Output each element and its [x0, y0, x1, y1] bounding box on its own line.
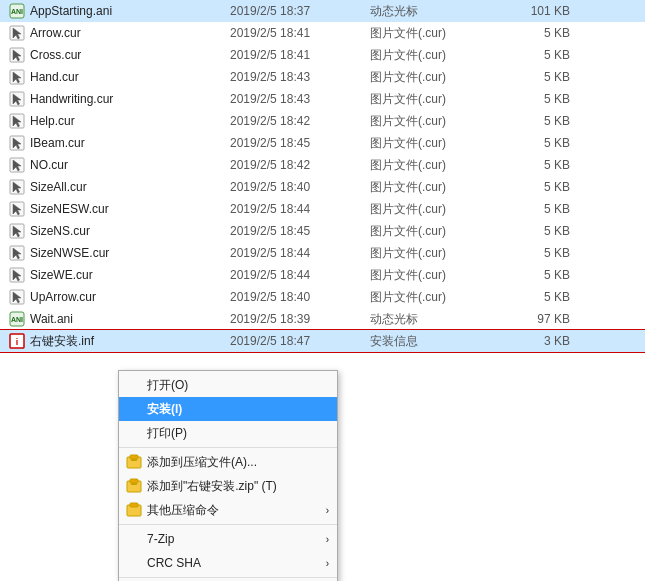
list-item[interactable]: Handwriting.cur 2019/2/5 18:43 图片文件(.cur…: [0, 88, 645, 110]
menu-separator: [119, 524, 337, 525]
menu-item[interactable]: 安装(I): [119, 397, 337, 421]
ani-icon: ANI: [8, 2, 26, 20]
menu-item[interactable]: 打开(O): [119, 373, 337, 397]
file-size: 5 KB: [490, 246, 570, 260]
file-type: 图片文件(.cur): [370, 223, 490, 240]
list-item[interactable]: UpArrow.cur 2019/2/5 18:40 图片文件(.cur) 5 …: [0, 286, 645, 308]
menu-item-label: 打印(P): [147, 425, 187, 442]
cur-icon: [8, 244, 26, 262]
file-name: IBeam.cur: [30, 136, 230, 150]
list-item[interactable]: Hand.cur 2019/2/5 18:43 图片文件(.cur) 5 KB: [0, 66, 645, 88]
file-date: 2019/2/5 18:37: [230, 4, 370, 18]
file-name: SizeWE.cur: [30, 268, 230, 282]
archive2-icon: [125, 501, 143, 519]
file-size: 5 KB: [490, 224, 570, 238]
svg-text:ANI: ANI: [11, 316, 23, 323]
file-date: 2019/2/5 18:45: [230, 224, 370, 238]
file-type: 图片文件(.cur): [370, 25, 490, 42]
menu-item[interactable]: 打印(P): [119, 421, 337, 445]
ani-icon: ANI: [8, 310, 26, 328]
menu-item-label: 7-Zip: [147, 532, 174, 546]
file-type: 图片文件(.cur): [370, 289, 490, 306]
file-type: 图片文件(.cur): [370, 245, 490, 262]
file-size: 101 KB: [490, 4, 570, 18]
context-menu: 打开(O)安装(I)打印(P)添加到压缩文件(A)...添加到"右键安装.zip…: [118, 370, 338, 581]
file-name: Arrow.cur: [30, 26, 230, 40]
file-type: 动态光标: [370, 3, 490, 20]
file-name: UpArrow.cur: [30, 290, 230, 304]
menu-item[interactable]: 添加到"右键安装.zip" (T): [119, 474, 337, 498]
menu-item[interactable]: CRC SHA›: [119, 551, 337, 575]
list-item[interactable]: IBeam.cur 2019/2/5 18:45 图片文件(.cur) 5 KB: [0, 132, 645, 154]
menu-separator: [119, 577, 337, 578]
archive-icon: [125, 453, 143, 471]
submenu-arrow: ›: [326, 558, 329, 569]
cur-icon: [8, 178, 26, 196]
list-item[interactable]: SizeAll.cur 2019/2/5 18:40 图片文件(.cur) 5 …: [0, 176, 645, 198]
svg-rect-34: [131, 459, 137, 461]
file-size: 5 KB: [490, 48, 570, 62]
file-type: 图片文件(.cur): [370, 157, 490, 174]
file-name: Cross.cur: [30, 48, 230, 62]
list-item[interactable]: SizeNESW.cur 2019/2/5 18:44 图片文件(.cur) 5…: [0, 198, 645, 220]
list-item[interactable]: Help.cur 2019/2/5 18:42 图片文件(.cur) 5 KB: [0, 110, 645, 132]
empty-icon: [125, 424, 143, 442]
file-type: 图片文件(.cur): [370, 179, 490, 196]
file-type: 图片文件(.cur): [370, 113, 490, 130]
list-item[interactable]: SizeNWSE.cur 2019/2/5 18:44 图片文件(.cur) 5…: [0, 242, 645, 264]
cur-icon: [8, 90, 26, 108]
empty-icon: [125, 530, 143, 548]
menu-separator: [119, 447, 337, 448]
file-size: 5 KB: [490, 136, 570, 150]
file-date: 2019/2/5 18:40: [230, 290, 370, 304]
list-item[interactable]: SizeNS.cur 2019/2/5 18:45 图片文件(.cur) 5 K…: [0, 220, 645, 242]
list-item[interactable]: ANI Wait.ani 2019/2/5 18:39 动态光标 97 KB: [0, 308, 645, 330]
file-date: 2019/2/5 18:41: [230, 26, 370, 40]
cur-icon: [8, 222, 26, 240]
list-item[interactable]: Cross.cur 2019/2/5 18:41 图片文件(.cur) 5 KB: [0, 44, 645, 66]
file-name: SizeNS.cur: [30, 224, 230, 238]
list-item[interactable]: Arrow.cur 2019/2/5 18:41 图片文件(.cur) 5 KB: [0, 22, 645, 44]
svg-text:ANI: ANI: [11, 8, 23, 15]
menu-item-label: 添加到压缩文件(A)...: [147, 454, 257, 471]
menu-item[interactable]: 7-Zip›: [119, 527, 337, 551]
file-type: 安装信息: [370, 333, 490, 350]
file-date: 2019/2/5 18:40: [230, 180, 370, 194]
file-name: SizeNWSE.cur: [30, 246, 230, 260]
file-name: SizeAll.cur: [30, 180, 230, 194]
file-date: 2019/2/5 18:42: [230, 158, 370, 172]
menu-item[interactable]: 其他压缩命令›: [119, 498, 337, 522]
file-date: 2019/2/5 18:42: [230, 114, 370, 128]
inf-icon: i: [8, 332, 26, 350]
svg-rect-37: [131, 483, 137, 485]
list-item[interactable]: ANI AppStarting.ani 2019/2/5 18:37 动态光标 …: [0, 0, 645, 22]
file-name: Handwriting.cur: [30, 92, 230, 106]
cur-icon: [8, 68, 26, 86]
list-item[interactable]: i 右键安装.inf 2019/2/5 18:47 安装信息 3 KB: [0, 330, 645, 352]
file-type: 图片文件(.cur): [370, 135, 490, 152]
file-type: 图片文件(.cur): [370, 201, 490, 218]
file-name: SizeNESW.cur: [30, 202, 230, 216]
file-size: 5 KB: [490, 202, 570, 216]
file-type: 图片文件(.cur): [370, 91, 490, 108]
file-date: 2019/2/5 18:43: [230, 92, 370, 106]
menu-item-label: CRC SHA: [147, 556, 201, 570]
menu-item-label: 安装(I): [147, 401, 182, 418]
file-name: Hand.cur: [30, 70, 230, 84]
file-size: 5 KB: [490, 114, 570, 128]
file-date: 2019/2/5 18:44: [230, 268, 370, 282]
file-size: 5 KB: [490, 180, 570, 194]
list-item[interactable]: NO.cur 2019/2/5 18:42 图片文件(.cur) 5 KB: [0, 154, 645, 176]
file-size: 5 KB: [490, 290, 570, 304]
list-item[interactable]: SizeWE.cur 2019/2/5 18:44 图片文件(.cur) 5 K…: [0, 264, 645, 286]
file-size: 97 KB: [490, 312, 570, 326]
menu-item-label: 打开(O): [147, 377, 188, 394]
file-date: 2019/2/5 18:47: [230, 334, 370, 348]
svg-rect-39: [130, 503, 138, 507]
menu-item[interactable]: 添加到压缩文件(A)...: [119, 450, 337, 474]
cur-icon: [8, 266, 26, 284]
cur-icon: [8, 46, 26, 64]
file-type: 动态光标: [370, 311, 490, 328]
file-date: 2019/2/5 18:44: [230, 202, 370, 216]
file-date: 2019/2/5 18:43: [230, 70, 370, 84]
